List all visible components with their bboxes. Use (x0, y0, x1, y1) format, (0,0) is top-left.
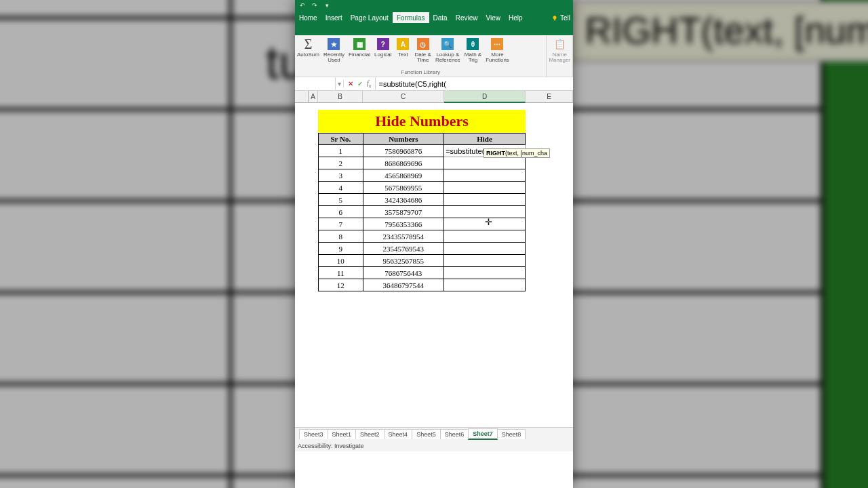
tab-help[interactable]: Help (505, 12, 527, 23)
enter-icon[interactable]: ✓ (357, 80, 363, 87)
watermark-credit: @learningwithsheireen (0, 467, 868, 479)
col-header-b[interactable]: B (318, 91, 363, 103)
accessibility-status[interactable]: Accessibility: Investigate (298, 443, 364, 449)
search-icon: 🔍 (441, 38, 454, 50)
redo-icon[interactable]: ↷ (311, 2, 318, 9)
sheet-tab[interactable]: Sheet4 (384, 429, 413, 439)
tab-page-layout[interactable]: Page Layout (347, 12, 393, 23)
cancel-icon[interactable]: ✕ (348, 80, 353, 87)
spreadsheet-grid[interactable]: Hide Numbers Sr No. Numbers Hide 1758696… (295, 103, 573, 427)
sheet-tab[interactable]: Sheet2 (355, 429, 384, 439)
undo-icon[interactable]: ↶ (299, 2, 306, 9)
table-row: 823435578954 (319, 230, 526, 243)
formula-bar-row: ▾ ✕ ✓ fx =substitute(C5,right( (295, 77, 573, 91)
function-library-label: Function Library (295, 69, 546, 77)
quick-access-toolbar: ↶ ↷ ▾ (295, 0, 573, 11)
header-sr[interactable]: Sr No. (319, 134, 363, 145)
financial-button[interactable]: ▦ Financial (347, 35, 372, 69)
sheet-tab-active[interactable]: Sheet7 (468, 428, 498, 440)
table-row: 1236486797544 (319, 279, 526, 291)
tab-data[interactable]: Data (429, 12, 452, 23)
ribbon-panel-formulas: Σ AutoSum ★ Recently Used ▦ Financial ? … (295, 35, 573, 77)
column-headers: A B C D E (295, 91, 573, 103)
sheet-tab[interactable]: Sheet3 (299, 429, 328, 439)
excel-window: ↶ ↷ ▾ Home Insert Page Layout Formulas D… (295, 0, 573, 488)
lightbulb-icon (551, 15, 558, 22)
col-header-d[interactable]: D (444, 91, 526, 103)
sheet-tab[interactable]: Sheet8 (497, 429, 526, 439)
name-manager-button[interactable]: 📋 Name Manager (547, 35, 572, 75)
bg-tooltip: RIGHT(text, [num_cha (570, 1, 868, 62)
financial-icon: ▦ (353, 38, 366, 50)
ribbon-tabs: Home Insert Page Layout Formulas Data Re… (295, 11, 573, 23)
table-row: 117686756443 (319, 267, 526, 279)
text-icon: A (397, 38, 409, 50)
theta-icon: θ (467, 38, 479, 50)
formula-bar-input[interactable]: =substitute(C5,right( (376, 80, 573, 88)
table-row: 77956353366 (319, 218, 526, 230)
star-icon: ★ (328, 38, 340, 50)
col-header-a[interactable]: A (309, 91, 318, 103)
tab-home[interactable]: Home (295, 12, 321, 23)
function-tooltip: RIGHT(text, [num_cha (484, 148, 550, 158)
more-functions-button[interactable]: ⋯ More Functions (484, 35, 511, 69)
table-row: 923545769543 (319, 243, 526, 255)
tab-formulas[interactable]: Formulas (393, 12, 429, 23)
math-trig-button[interactable]: θ Math & Trig (462, 35, 484, 69)
ellipsis-icon: ⋯ (491, 38, 503, 50)
table-row: 1095632567855 (319, 255, 526, 267)
svg-point-0 (553, 16, 556, 19)
tab-view[interactable]: View (481, 12, 505, 23)
table-row: 63575879707 (319, 206, 526, 218)
logical-icon: ? (377, 38, 389, 50)
svg-rect-1 (554, 19, 556, 20)
clock-icon: ◷ (417, 38, 429, 50)
sheet-tab[interactable]: Sheet6 (440, 429, 469, 439)
text-button[interactable]: A Text (393, 35, 412, 69)
tab-review[interactable]: Review (452, 12, 482, 23)
col-header-c[interactable]: C (363, 91, 444, 103)
recently-used-button[interactable]: ★ Recently Used (321, 35, 347, 69)
tell-me-search[interactable]: Tell (549, 13, 573, 23)
header-numbers[interactable]: Numbers (363, 134, 444, 145)
name-box[interactable] (295, 77, 336, 90)
qat-customize-icon[interactable]: ▾ (323, 2, 330, 9)
fx-icon[interactable]: fx (367, 79, 371, 89)
title-banner: Hide Numbers (318, 110, 526, 133)
table-row: 45675869955 (319, 182, 526, 194)
table-row: 34565868969 (319, 169, 526, 182)
header-hide[interactable]: Hide (444, 134, 526, 145)
table-row: 53424364686 (319, 194, 526, 206)
table-row: 28686869696 (319, 157, 526, 169)
name-box-dropdown-icon[interactable]: ▾ (336, 80, 344, 87)
lookup-button[interactable]: 🔍 Lookup & Reference (433, 35, 462, 69)
sigma-icon: Σ (300, 37, 315, 52)
name-manager-icon: 📋 (552, 37, 567, 52)
sheet-tab[interactable]: Sheet5 (412, 429, 441, 439)
col-header-e[interactable]: E (526, 91, 573, 103)
logical-button[interactable]: ? Logical (372, 35, 393, 69)
status-bar: Accessibility: Investigate (295, 441, 573, 451)
autosum-button[interactable]: Σ AutoSum (295, 35, 321, 69)
tell-me-label: Tell (560, 14, 570, 22)
sheet-tab[interactable]: Sheet1 (328, 429, 357, 439)
cell-cursor-icon: ✛ (485, 217, 492, 227)
sheet-tabs-bar: Sheet3 Sheet1 Sheet2 Sheet4 Sheet5 Sheet… (295, 427, 573, 441)
tab-insert[interactable]: Insert (321, 12, 347, 23)
date-time-button[interactable]: ◷ Date & Time (412, 35, 433, 69)
